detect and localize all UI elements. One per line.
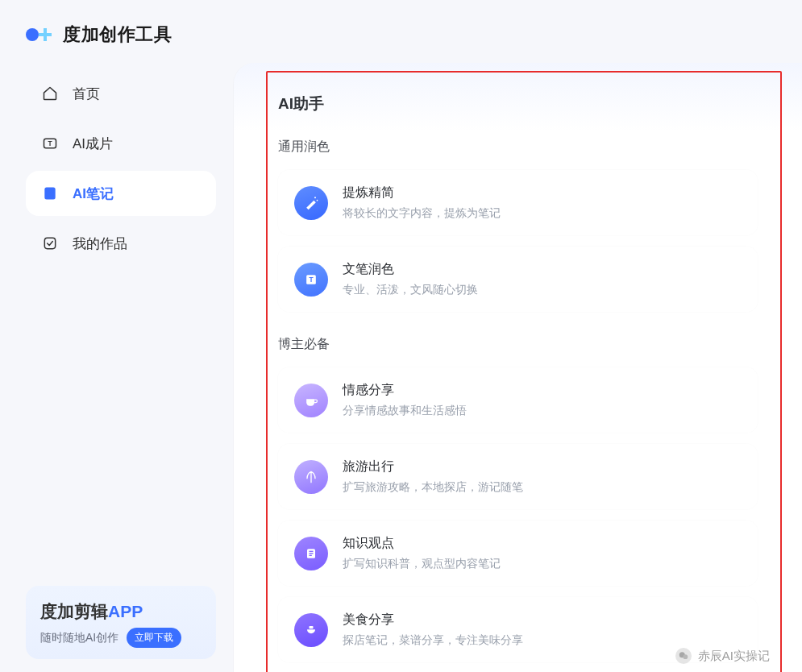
travel-icon <box>294 460 328 494</box>
watermark-text: 赤辰AI实操记 <box>698 649 770 664</box>
nav-label: AI成片 <box>73 135 113 153</box>
card-body: 美食分享 探店笔记，菜谱分享，专注美味分享 <box>343 612 523 648</box>
section-general: 通用润色 提炼精简 将较长的文字内容，提炼为笔记 T <box>278 139 758 312</box>
nav-item-ainote[interactable]: AI笔记 <box>26 171 216 216</box>
main-panel: AI助手 通用润色 提炼精简 将较长的文字内容，提炼为笔记 <box>234 63 802 672</box>
card-body: 提炼精简 将较长的文字内容，提炼为笔记 <box>343 185 501 221</box>
svg-rect-4 <box>44 238 55 248</box>
svg-rect-12 <box>310 554 312 555</box>
food-icon <box>294 613 328 647</box>
watermark: 赤辰AI实操记 <box>675 648 770 664</box>
works-icon <box>40 234 60 253</box>
tool-card-emotion[interactable]: 情感分享 分享情感故事和生活感悟 <box>278 367 758 433</box>
nav-list: 首页 T AI成片 AI笔记 我的作品 <box>26 71 216 266</box>
promo-title-em: APP <box>108 602 143 620</box>
card-desc: 分享情感故事和生活感悟 <box>343 404 467 418</box>
nav-label: AI笔记 <box>73 185 114 203</box>
section-title: 通用润色 <box>278 139 758 156</box>
card-title: 文笔润色 <box>343 261 478 278</box>
card-body: 知识观点 扩写知识科普，观点型内容笔记 <box>343 535 501 571</box>
knowledge-icon <box>294 537 328 570</box>
card-body: 旅游出行 扩写旅游攻略，本地探店，游记随笔 <box>343 458 523 495</box>
card-body: 情感分享 分享情感故事和生活感悟 <box>343 382 467 418</box>
svg-point-6 <box>317 199 318 201</box>
promo-title: 度加剪辑APP <box>40 600 202 623</box>
main-layout: 首页 T AI成片 AI笔记 我的作品 <box>0 55 802 672</box>
svg-rect-11 <box>310 553 314 554</box>
svg-text:T: T <box>48 139 52 147</box>
app-logo-icon <box>24 25 55 44</box>
panel-title: AI助手 <box>278 93 758 114</box>
card-title: 知识观点 <box>343 535 501 552</box>
promo-subtitle: 随时随地AI创作 <box>40 631 118 645</box>
svg-point-15 <box>683 654 688 659</box>
card-list: 提炼精简 将较长的文字内容，提炼为笔记 T 文笔润色 专业、活泼，文风随心切换 <box>278 170 758 312</box>
promo-card: 度加剪辑APP 随时随地AI创作 立即下载 <box>26 586 216 659</box>
nav-label: 首页 <box>73 85 100 103</box>
promo-title-prefix: 度加剪辑 <box>40 602 108 620</box>
card-desc: 探店笔记，菜谱分享，专注美味分享 <box>343 633 523 648</box>
card-list: 情感分享 分享情感故事和生活感悟 旅游出行 扩写旅游攻略，本地探店，游记随笔 <box>278 367 758 662</box>
tool-card-refine[interactable]: 提炼精简 将较长的文字内容，提炼为笔记 <box>278 170 758 235</box>
card-title: 旅游出行 <box>343 458 523 475</box>
svg-rect-13 <box>310 626 314 628</box>
svg-rect-10 <box>310 550 314 551</box>
svg-point-5 <box>314 197 316 198</box>
app-header: 度加创作工具 <box>0 0 802 55</box>
card-title: 提炼精简 <box>343 185 501 201</box>
nav-item-home[interactable]: 首页 <box>26 71 216 116</box>
note-icon <box>40 184 60 203</box>
film-icon: T <box>40 134 60 153</box>
app-title: 度加创作工具 <box>63 23 172 47</box>
text-polish-icon: T <box>294 263 328 297</box>
sidebar: 首页 T AI成片 AI笔记 我的作品 <box>16 63 226 672</box>
card-title: 情感分享 <box>343 382 467 399</box>
download-button[interactable]: 立即下载 <box>127 628 181 648</box>
tool-card-knowledge[interactable]: 知识观点 扩写知识科普，观点型内容笔记 <box>278 521 758 586</box>
svg-point-0 <box>26 28 39 41</box>
promo-sub-row: 随时随地AI创作 立即下载 <box>40 628 202 648</box>
card-desc: 专业、活泼，文风随心切换 <box>343 283 478 297</box>
tool-card-polish[interactable]: T 文笔润色 专业、活泼，文风随心切换 <box>278 247 758 312</box>
section-title: 博主必备 <box>278 336 758 353</box>
coffee-icon <box>294 384 328 417</box>
home-icon <box>40 84 60 103</box>
nav-label: 我的作品 <box>73 234 127 253</box>
card-body: 文笔润色 专业、活泼，文风随心切换 <box>343 261 478 297</box>
tool-card-travel[interactable]: 旅游出行 扩写旅游攻略，本地探店，游记随笔 <box>278 444 758 509</box>
panel-inner: AI助手 通用润色 提炼精简 将较长的文字内容，提炼为笔记 <box>234 63 802 672</box>
card-desc: 扩写知识科普，观点型内容笔记 <box>343 557 501 571</box>
nav-item-works[interactable]: 我的作品 <box>26 221 216 266</box>
section-blogger: 博主必备 情感分享 分享情感故事和生活感悟 <box>278 336 758 662</box>
wand-icon <box>294 186 328 220</box>
card-desc: 扩写旅游攻略，本地探店，游记随笔 <box>343 480 523 495</box>
card-desc: 将较长的文字内容，提炼为笔记 <box>343 206 501 221</box>
nav-item-aiclip[interactable]: T AI成片 <box>26 121 216 166</box>
svg-text:T: T <box>309 276 313 284</box>
wechat-icon <box>675 648 692 664</box>
card-title: 美食分享 <box>343 612 523 628</box>
